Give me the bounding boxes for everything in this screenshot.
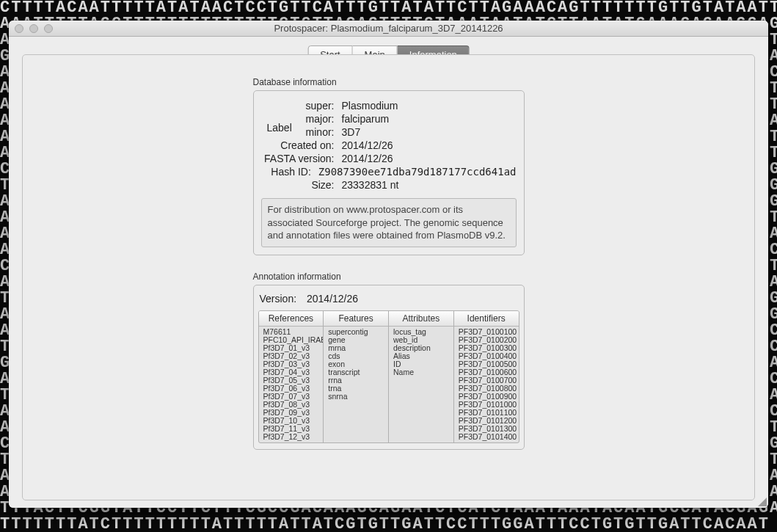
list-item[interactable]: mrna xyxy=(328,344,384,352)
list-item[interactable]: Pf3D7_12_v3 xyxy=(263,433,319,441)
list-item[interactable]: Pf3D7_11_v3 xyxy=(263,425,319,433)
list-item[interactable]: ID xyxy=(393,360,449,368)
col-references-body[interactable]: M76611PFC10_API_IRABPf3D7_01_v3Pf3D7_02_… xyxy=(259,327,324,442)
ann-version-v: 2014/12/26 xyxy=(307,293,358,305)
ann-box: Version: 2014/12/26 References M76611PFC… xyxy=(253,285,525,450)
list-item[interactable]: transcript xyxy=(328,368,384,376)
list-item[interactable]: trna xyxy=(328,385,384,393)
list-item[interactable]: PF3D7_0100200 xyxy=(459,336,514,344)
db-label-label: Label xyxy=(267,122,292,134)
list-item[interactable]: PF3D7_0100300 xyxy=(459,344,514,352)
list-item[interactable]: exon xyxy=(328,360,384,368)
db-size-k: Size: xyxy=(261,179,335,191)
resize-handle-icon[interactable] xyxy=(756,496,767,506)
list-item[interactable]: supercontig xyxy=(328,328,384,336)
ann-version: Version: 2014/12/26 xyxy=(258,288,519,310)
list-item[interactable]: PF3D7_0101100 xyxy=(459,409,514,417)
content-area: Start Main Information Database informat… xyxy=(9,37,768,508)
list-item[interactable]: Pf3D7_01_v3 xyxy=(263,344,319,352)
list-item[interactable]: PF3D7_0101000 xyxy=(459,401,514,409)
list-item[interactable]: PF3D7_0100500 xyxy=(459,360,514,368)
list-item[interactable]: cds xyxy=(328,352,384,360)
list-item[interactable]: locus_tag xyxy=(393,328,449,336)
ann-table: References M76611PFC10_API_IRABPf3D7_01_… xyxy=(258,310,519,443)
db-box: Label super:Plasmodium major:falciparum … xyxy=(253,90,525,255)
db-hash-v: Z9087390ee71dba79d187177ccd641ad xyxy=(318,166,517,178)
list-item[interactable]: Pf3D7_05_v3 xyxy=(263,376,319,385)
col-identifiers: Identifiers PF3D7_0100100PF3D7_0100200PF… xyxy=(454,311,519,442)
db-description[interactable]: For distribution on www.protospacer.com … xyxy=(261,198,517,247)
col-attributes: Attributes locus_tagweb_iddescriptionAli… xyxy=(389,311,454,442)
col-attributes-body[interactable]: locus_tagweb_iddescriptionAliasIDName xyxy=(389,327,453,442)
db-created-k: Created on: xyxy=(261,139,335,151)
db-size-v: 23332831 nt xyxy=(342,179,399,191)
list-item[interactable]: PF3D7_0101400 xyxy=(459,433,514,441)
list-item[interactable]: PF3D7_0100600 xyxy=(459,368,514,376)
list-item[interactable]: PF3D7_0100900 xyxy=(459,393,514,401)
list-item[interactable]: snrna xyxy=(328,393,384,401)
list-item[interactable]: PF3D7_0100100 xyxy=(459,328,514,336)
list-item[interactable]: Pf3D7_04_v3 xyxy=(263,368,319,376)
list-item[interactable]: Alias xyxy=(393,352,449,360)
col-attributes-head[interactable]: Attributes xyxy=(389,311,453,327)
list-item[interactable]: web_id xyxy=(393,336,449,344)
list-item[interactable]: Pf3D7_06_v3 xyxy=(263,385,319,393)
db-fasta-v: 2014/12/26 xyxy=(342,153,393,164)
list-item[interactable]: PFC10_API_IRAB xyxy=(263,336,319,344)
list-item[interactable]: PF3D7_0101300 xyxy=(459,425,514,433)
list-item[interactable]: PF3D7_0100700 xyxy=(459,376,514,385)
db-group-title: Database information xyxy=(253,77,525,87)
list-item[interactable]: Pf3D7_10_v3 xyxy=(263,417,319,425)
list-item[interactable]: Name xyxy=(393,368,449,376)
list-item[interactable]: PF3D7_0100800 xyxy=(459,385,514,393)
db-fasta-k: FASTA version: xyxy=(261,153,335,164)
ann-group: Annotation information Version: 2014/12/… xyxy=(253,272,525,450)
col-references: References M76611PFC10_API_IRABPf3D7_01_… xyxy=(259,311,324,442)
db-super-k: super: xyxy=(261,100,335,112)
db-major-v: falciparum xyxy=(342,113,390,125)
db-created-v: 2014/12/26 xyxy=(342,139,393,151)
list-item[interactable]: Pf3D7_08_v3 xyxy=(263,401,319,409)
db-group: Database information Label super:Plasmod… xyxy=(253,77,525,255)
titlebar: Protospacer: Plasmodium_falciparum_3D7_2… xyxy=(9,21,768,37)
list-item[interactable]: description xyxy=(393,344,449,352)
col-features-body[interactable]: supercontiggenemrnacdsexontranscriptrrna… xyxy=(324,327,388,442)
list-item[interactable]: Pf3D7_07_v3 xyxy=(263,393,319,401)
list-item[interactable]: PF3D7_0100400 xyxy=(459,352,514,360)
col-features: Features supercontiggenemrnacdsexontrans… xyxy=(324,311,389,442)
db-minor-v: 3D7 xyxy=(342,126,361,138)
list-item[interactable]: Pf3D7_09_v3 xyxy=(263,409,319,417)
ann-version-k: Version: xyxy=(260,293,297,305)
db-super-v: Plasmodium xyxy=(342,100,398,112)
info-panel: Database information Label super:Plasmod… xyxy=(22,54,755,500)
list-item[interactable]: PF3D7_0101200 xyxy=(459,417,514,425)
col-identifiers-head[interactable]: Identifiers xyxy=(454,311,519,327)
col-identifiers-body[interactable]: PF3D7_0100100PF3D7_0100200PF3D7_0100300P… xyxy=(454,327,519,442)
col-references-head[interactable]: References xyxy=(259,311,324,327)
col-features-head[interactable]: Features xyxy=(324,311,388,327)
ann-group-title: Annotation information xyxy=(253,272,525,282)
db-hash-k: Hash ID: xyxy=(261,166,311,178)
list-item[interactable]: rrna xyxy=(328,376,384,385)
list-item[interactable]: M76611 xyxy=(263,328,319,336)
list-item[interactable]: Pf3D7_02_v3 xyxy=(263,352,319,360)
window-title: Protospacer: Plasmodium_falciparum_3D7_2… xyxy=(9,23,768,34)
list-item[interactable]: Pf3D7_03_v3 xyxy=(263,360,319,368)
app-window: Protospacer: Plasmodium_falciparum_3D7_2… xyxy=(9,21,768,508)
list-item[interactable]: gene xyxy=(328,336,384,344)
